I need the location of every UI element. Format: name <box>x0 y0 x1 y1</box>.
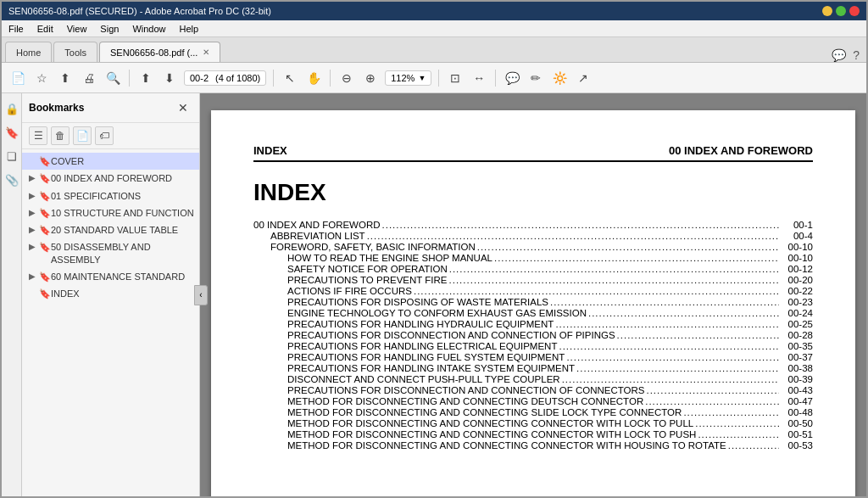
toc-entry: ACTIONS IF FIRE OCCURS .................… <box>253 286 813 296</box>
sidebar-item-maintenance[interactable]: ▶🔖60 MAINTENANCE STANDARD <box>22 268 199 285</box>
upload-btn[interactable]: ⬆ <box>56 69 75 87</box>
nav-text: 00-2 <box>190 73 209 83</box>
zoom-display[interactable]: 112% ▼ <box>385 70 431 86</box>
toc-num: 00-37 <box>779 352 813 362</box>
prev-page-btn[interactable]: ⬆ <box>136 69 155 87</box>
layers-icon[interactable]: ❏ <box>3 148 20 165</box>
toc-dots: ........................................… <box>412 286 779 296</box>
bookmark-icon: 🔖 <box>39 173 51 184</box>
fit-width-btn[interactable]: ↔ <box>470 69 488 87</box>
sidebar-close-btn[interactable]: ✕ <box>174 98 192 117</box>
bookmark-icon: 🔖 <box>39 288 51 299</box>
bookmark-strip-icon[interactable]: 🔖 <box>3 124 20 141</box>
sidebar-item-structure[interactable]: ▶🔖10 STRUCTURE AND FUNCTION <box>22 204 199 221</box>
toc-label[interactable]: HOW TO READ THE ENGINE SHOP MANUAL <box>253 253 492 263</box>
toc-label[interactable]: PRECAUTIONS FOR HANDLING FUEL SYSTEM EQU… <box>253 352 565 362</box>
bookmark-icon: 🔖 <box>39 191 51 202</box>
toc-label[interactable]: ABBREVIATION LIST <box>253 231 365 241</box>
expand-arrow: ▶ <box>29 242 39 251</box>
sidebar-item-cover[interactable]: 🔖COVER <box>22 153 199 170</box>
sidebar-item-index-foreword[interactable]: ▶🔖00 INDEX AND FOREWORD <box>22 170 199 187</box>
tab-home[interactable]: Home <box>5 42 52 62</box>
sidebar-tag-btn[interactable]: 🏷 <box>95 126 114 145</box>
toc-label[interactable]: PRECAUTIONS FOR DISCONNECTION AND CONNEC… <box>253 385 644 395</box>
toc-label[interactable]: SAFETY NOTICE FOR OPERATION <box>253 264 448 274</box>
zoom-value: 112% <box>391 73 415 83</box>
comment-icon[interactable]: 💬 <box>832 48 846 62</box>
toc-label[interactable]: DISCONNECT AND CONNECT PUSH-PULL TYPE CO… <box>253 374 560 384</box>
sidebar-delete-btn[interactable]: 🗑 <box>51 126 70 145</box>
toc-label[interactable]: PRECAUTIONS FOR HANDLING ELECTRICAL EQUI… <box>253 341 557 351</box>
menu-window[interactable]: Window <box>132 24 165 34</box>
maximize-btn[interactable] <box>836 6 846 16</box>
select-tool[interactable]: ↖ <box>281 69 299 87</box>
menu-help[interactable]: Help <box>180 24 199 34</box>
toc-dots: ........................................… <box>560 374 779 384</box>
sep2 <box>273 70 274 87</box>
toc-label[interactable]: PRECAUTIONS TO PREVENT FIRE <box>253 275 448 285</box>
help-icon[interactable]: ? <box>853 48 860 62</box>
sidebar-item-specifications[interactable]: ▶🔖01 SPECIFICATIONS <box>22 187 199 204</box>
print-btn[interactable]: 🖨 <box>80 69 98 87</box>
toc-entry: METHOD FOR DISCONNECTING AND CONNECTING … <box>253 418 813 428</box>
highlight-btn[interactable]: 🔆 <box>550 69 569 87</box>
clip-icon[interactable]: 📎 <box>3 171 20 188</box>
bookmark-label: INDEX <box>51 288 194 299</box>
toc-label[interactable]: PRECAUTIONS FOR HANDLING HYDRAULIC EQUIP… <box>253 319 554 329</box>
toc-num: 00-39 <box>779 374 813 384</box>
bookmark-btn[interactable]: ☆ <box>32 69 51 87</box>
next-page-btn[interactable]: ⬇ <box>160 69 179 87</box>
toc-label[interactable]: METHOD FOR DISCONNECTING AND CONNECTING … <box>253 418 693 428</box>
fit-page-btn[interactable]: ⊡ <box>446 69 465 87</box>
export-btn[interactable]: ↗ <box>574 69 593 87</box>
bookmark-icon: 🔖 <box>39 271 51 283</box>
zoom-in-btn[interactable]: ⊕ <box>361 69 380 87</box>
toc-label[interactable]: METHOD FOR DISCONNECTING AND CONNECTING … <box>253 396 643 406</box>
toc-dots: ........................................… <box>565 352 779 362</box>
tab-doc[interactable]: SEN06656-08.pdf (... ✕ <box>99 42 220 62</box>
tab-close-icon[interactable]: ✕ <box>203 48 209 57</box>
menu-sign[interactable]: Sign <box>100 24 119 34</box>
toc-label[interactable]: METHOD FOR DISCONNECTING AND CONNECTING … <box>253 429 696 439</box>
toc-label[interactable]: PRECAUTIONS FOR DISCONNECTION AND CONNEC… <box>253 330 615 340</box>
minimize-btn[interactable] <box>822 6 832 16</box>
sidebar-item-standard[interactable]: ▶🔖20 STANDARD VALUE TABLE <box>22 221 199 238</box>
tab-tools[interactable]: Tools <box>53 42 97 62</box>
zoom-out-btn[interactable]: ⊖ <box>337 69 356 87</box>
toc-label[interactable]: METHOD FOR DISCONNECTING AND CONNECTING … <box>253 407 682 417</box>
toc-entry: PRECAUTIONS FOR DISCONNECTION AND CONNEC… <box>253 330 813 340</box>
toc-label[interactable]: ACTIONS IF FIRE OCCURS <box>253 286 412 296</box>
toc-label[interactable]: METHOD FOR DISCONNECTING AND CONNECTING … <box>253 440 726 450</box>
toc-dots: ........................................… <box>696 429 779 439</box>
toc-dots: ........................................… <box>548 297 779 307</box>
sidebar-item-index-bk[interactable]: 🔖INDEX <box>22 285 199 302</box>
hand-tool[interactable]: ✋ <box>304 69 323 87</box>
menu-view[interactable]: View <box>67 24 87 34</box>
sidebar-collapse-btn[interactable]: ‹ <box>194 285 208 305</box>
toc-num: 00-12 <box>779 264 813 274</box>
toc-label[interactable]: ENGINE TECHNOLOGY TO CONFORM EXHAUST GAS… <box>253 308 587 318</box>
menu-file[interactable]: File <box>8 24 24 34</box>
toc-dots: ........................................… <box>492 253 779 263</box>
pen-btn[interactable]: ✏ <box>526 69 545 87</box>
menu-edit[interactable]: Edit <box>37 24 53 34</box>
sidebar-item-disassembly[interactable]: ▶🔖50 DISASSEMBLY AND ASSEMBLY <box>22 238 199 268</box>
annotate-btn[interactable]: 💬 <box>503 69 521 87</box>
toc-label[interactable]: FOREWORD, SAFETY, BASIC INFORMATION <box>253 242 476 252</box>
create-btn[interactable]: 📄 <box>8 69 27 87</box>
sidebar-new-btn[interactable]: 📄 <box>73 126 92 145</box>
find-btn[interactable]: 🔍 <box>103 69 122 87</box>
sidebar-menu-btn[interactable]: ☰ <box>29 126 47 145</box>
title-bar: SEN06656-08.pdf (SECURED) - Adobe Acroba… <box>2 2 866 20</box>
content-area[interactable]: INDEX 00 INDEX AND FOREWORD INDEX 00 IND… <box>200 93 866 496</box>
zoom-arrow: ▼ <box>418 74 426 82</box>
toc-entry: PRECAUTIONS FOR HANDLING INTAKE SYSTEM E… <box>253 363 813 373</box>
toc-container: 00 INDEX AND FOREWORD ..................… <box>253 220 813 450</box>
toc-label[interactable]: PRECAUTIONS FOR HANDLING INTAKE SYSTEM E… <box>253 363 575 373</box>
close-btn[interactable] <box>849 6 860 16</box>
toc-label[interactable]: PRECAUTIONS FOR DISPOSING OF WASTE MATER… <box>253 297 548 307</box>
lock-icon[interactable]: 🔒 <box>3 100 20 117</box>
toc-label[interactable]: 00 INDEX AND FOREWORD <box>253 220 381 230</box>
toc-num: 00-53 <box>779 440 813 450</box>
expand-arrow: ▶ <box>29 271 39 281</box>
